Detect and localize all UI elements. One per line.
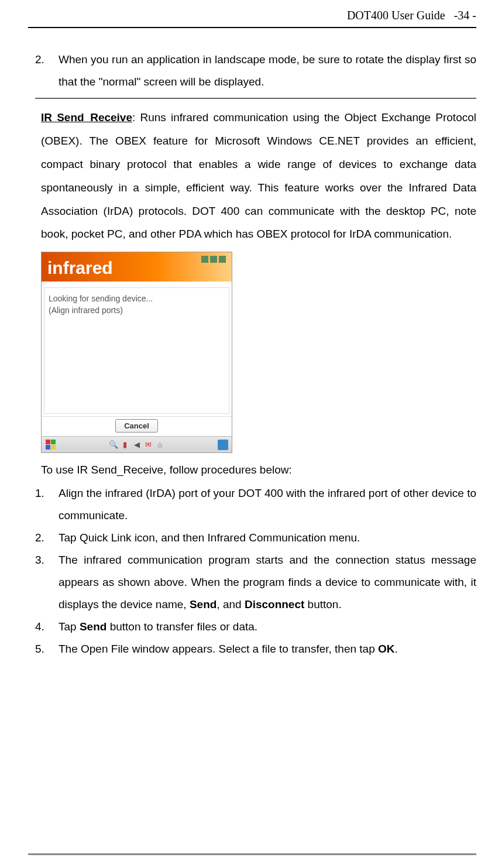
taskbar: 🔍 ▮ ◀ ✉ ⌂ — [42, 436, 232, 452]
tray-icon[interactable]: ◀ — [132, 440, 142, 450]
desktop-button[interactable] — [218, 440, 228, 450]
page-number: -34 - — [454, 9, 476, 22]
step-text: Tap Send button to transfer files or dat… — [59, 616, 476, 638]
steps-list: 1.Align the infrared (IrDA) port of your… — [35, 482, 476, 660]
doc-title: DOT400 User Guide — [347, 9, 445, 22]
step-item: 3.The infrared communication program sta… — [35, 549, 476, 616]
page-content: 2. When you run an application in landsc… — [0, 28, 488, 672]
tray-icon[interactable]: ⌂ — [156, 440, 165, 450]
step-item: 5.The Open File window appears. Select a… — [35, 638, 476, 660]
ir-section: IR Send_Receive: Runs infrared communica… — [35, 106, 476, 246]
sc-line1: Looking for sending device... — [49, 293, 225, 305]
infrared-logo: infrared — [47, 258, 113, 278]
step-text: Align the infrared (IrDA) port of your D… — [59, 482, 476, 527]
footer-rule — [28, 853, 476, 855]
tray-icons: 🔍 ▮ ◀ ✉ ⌂ — [109, 440, 165, 450]
instructions-intro: To use IR Send_Receive, follow procedure… — [35, 459, 476, 481]
sc-cancel-wrap: Cancel — [42, 416, 232, 436]
ir-title: IR Send_Receive — [41, 111, 132, 123]
sc-body: Looking for sending device... (Align inf… — [42, 282, 232, 416]
intro-text: When you run an application in landscape… — [59, 49, 476, 93]
sc-banner: infrared — [42, 252, 232, 282]
step-item: 1.Align the infrared (IrDA) port of your… — [35, 482, 476, 527]
infrared-screenshot: infrared Looking for sending device... (… — [41, 252, 232, 453]
tray-icon[interactable]: 🔍 — [109, 440, 118, 450]
start-icon[interactable] — [45, 440, 56, 450]
step-num: 1. — [35, 482, 59, 527]
intro-numbered-item: 2. When you run an application in landsc… — [35, 49, 476, 93]
sc-line2: (Align infrared ports) — [49, 305, 225, 317]
step-num: 3. — [35, 549, 59, 616]
step-num: 5. — [35, 638, 59, 660]
step-text: Tap Quick Link icon, and then Infrared C… — [59, 527, 476, 549]
step-item: 4.Tap Send button to transfer files or d… — [35, 616, 476, 638]
step-num: 2. — [35, 527, 59, 549]
step-text: The Open File window appears. Select a f… — [59, 638, 476, 660]
intro-num: 2. — [35, 49, 59, 93]
page-header: DOT400 User Guide -34 - — [0, 0, 488, 27]
section-divider — [35, 98, 476, 99]
tray-icon[interactable]: ✉ — [144, 440, 153, 450]
decorative-squares — [201, 256, 226, 263]
step-num: 4. — [35, 616, 59, 638]
step-text: The infrared communication program start… — [59, 549, 476, 616]
tray-icon[interactable]: ▮ — [121, 440, 130, 450]
ir-text: : Runs infrared communication using the … — [41, 111, 476, 240]
step-item: 2.Tap Quick Link icon, and then Infrared… — [35, 527, 476, 549]
cancel-button[interactable]: Cancel — [115, 419, 158, 433]
